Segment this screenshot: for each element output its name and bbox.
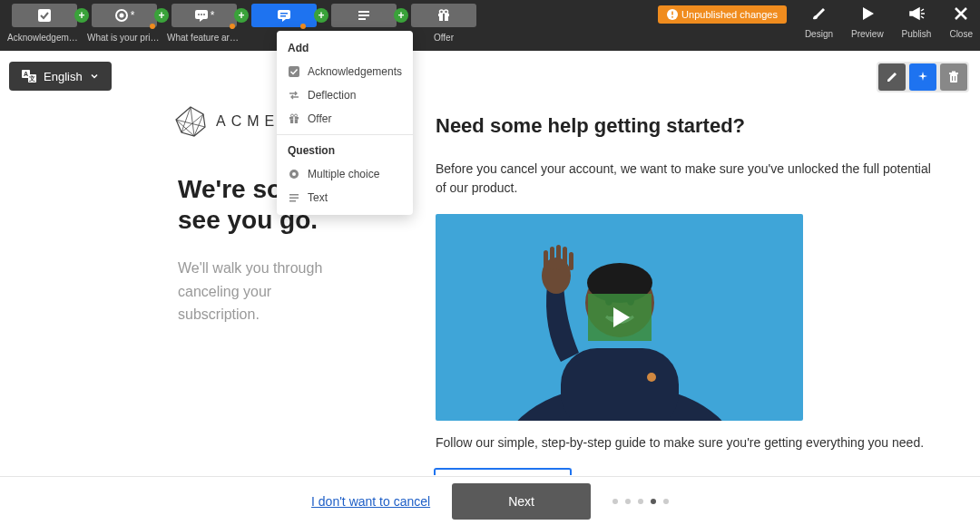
dropdown-header-question: Question [277, 139, 413, 162]
svg-rect-11 [358, 15, 369, 16]
settings-button[interactable] [909, 63, 936, 91]
svg-rect-29 [289, 194, 299, 196]
step-label: What is your prim… [87, 33, 162, 43]
language-selector[interactable]: A文 English [9, 62, 112, 91]
progress-dot [663, 499, 669, 504]
add-step-button[interactable]: + [314, 8, 328, 23]
dropdown-header-add: Add [277, 36, 413, 60]
svg-rect-43 [561, 348, 679, 421]
sub-text: We'll walk you through canceling your su… [178, 257, 354, 326]
dropdown-item-label: Acknowledgements [308, 65, 402, 78]
svg-point-25 [291, 114, 294, 117]
brush-icon [810, 5, 827, 22]
step-label: Offer [434, 33, 454, 43]
svg-rect-0 [38, 9, 51, 22]
next-button[interactable]: Next [452, 483, 591, 520]
main-content: ACME We're sorry to see you go. We'll wa… [0, 51, 980, 476]
pencil-icon [886, 71, 898, 83]
alert-icon [667, 9, 678, 20]
dropdown-item-label: Offer [308, 112, 331, 125]
dropdown-item-deflection[interactable]: Deflection [277, 83, 413, 107]
radio-icon [114, 8, 129, 23]
svg-rect-31 [289, 200, 296, 202]
svg-rect-40 [955, 76, 956, 81]
add-step-button[interactable]: + [394, 8, 408, 23]
close-label: Close [949, 29, 973, 39]
chevron-down-icon [90, 72, 99, 81]
swap-icon [288, 89, 300, 102]
play-button[interactable] [588, 294, 652, 341]
step-offer[interactable]: Offer [407, 4, 481, 43]
design-label: Design [805, 29, 833, 39]
gift-icon [288, 112, 300, 125]
svg-point-28 [292, 172, 296, 176]
checkbox-icon [37, 8, 52, 23]
svg-rect-10 [358, 11, 369, 13]
right-column: Need some help getting started? Before y… [381, 51, 980, 476]
svg-rect-51 [556, 245, 561, 270]
checkbox-icon [288, 65, 300, 78]
help-heading: Need some help getting started? [436, 114, 944, 138]
help-paragraph-1: Before you cancel your account, we want … [436, 160, 944, 198]
svg-rect-49 [544, 250, 548, 270]
design-button[interactable]: Design [805, 4, 833, 39]
language-label: English [44, 70, 83, 83]
dropdown-item-label: Deflection [308, 89, 356, 102]
svg-text:文: 文 [28, 74, 35, 83]
dropdown-item-label: Multiple choice [308, 168, 379, 180]
dropdown-item-label: Text [308, 191, 328, 204]
progress-dot [638, 499, 643, 504]
progress-dots [612, 499, 669, 504]
add-step-button[interactable]: + [234, 8, 249, 23]
svg-rect-21 [289, 66, 299, 77]
message-icon [277, 8, 291, 23]
dropdown-item-acknowledgements[interactable]: Acknowledgements [277, 60, 413, 83]
preview-label: Preview [851, 29, 884, 39]
svg-point-2 [119, 14, 123, 18]
edit-button[interactable] [878, 63, 906, 91]
video-thumbnail[interactable] [436, 214, 803, 421]
svg-point-54 [647, 373, 656, 382]
progress-dot [625, 499, 631, 504]
svg-rect-50 [550, 247, 554, 270]
megaphone-icon [908, 5, 925, 22]
trash-icon [947, 71, 960, 83]
close-button[interactable]: Close [949, 4, 973, 39]
play-icon [613, 307, 630, 327]
svg-rect-9 [280, 15, 286, 17]
svg-rect-15 [443, 14, 445, 21]
add-step-button[interactable]: + [74, 8, 89, 23]
gift-icon [436, 8, 451, 23]
svg-rect-30 [289, 198, 299, 199]
svg-point-17 [445, 10, 448, 14]
language-bar: A文 English [9, 62, 112, 91]
cancel-link[interactable]: I don't want to cancel [311, 494, 430, 509]
add-step-button[interactable]: + [154, 8, 169, 23]
progress-dot-active [651, 499, 656, 504]
svg-rect-53 [569, 252, 573, 270]
preview-button[interactable]: Preview [851, 4, 884, 39]
modified-indicator-icon [230, 24, 235, 29]
step-feature[interactable]: * + What feature are … [167, 4, 241, 43]
svg-point-6 [203, 14, 205, 15]
dropdown-item-text[interactable]: Text [277, 186, 413, 209]
dropdown-item-multiple-choice[interactable]: Multiple choice [277, 162, 413, 186]
publish-button[interactable]: Publish [902, 4, 932, 39]
delete-button[interactable] [940, 63, 967, 91]
translate-icon: A文 [22, 69, 36, 83]
step-label: What feature are … [167, 33, 241, 43]
play-icon [859, 5, 876, 22]
toolbar-right: Unpublished changes Design Preview Publi… [658, 4, 973, 39]
help-paragraph-2: Follow our simple, step-by-step guide to… [436, 433, 944, 452]
text-lines-icon [288, 191, 300, 204]
svg-rect-39 [952, 76, 953, 81]
svg-rect-38 [952, 72, 956, 73]
text-icon [357, 8, 371, 23]
svg-rect-19 [671, 12, 673, 15]
step-acknowledgements[interactable]: + Acknowledgements [7, 4, 82, 43]
svg-point-26 [295, 114, 298, 117]
unpublished-badge[interactable]: Unpublished changes [658, 5, 787, 24]
dropdown-item-offer[interactable]: Offer [277, 107, 413, 131]
add-dropdown: Add Acknowledgements Deflection Offer Qu… [277, 31, 413, 215]
step-primary[interactable]: * + What is your prim… [87, 4, 162, 43]
